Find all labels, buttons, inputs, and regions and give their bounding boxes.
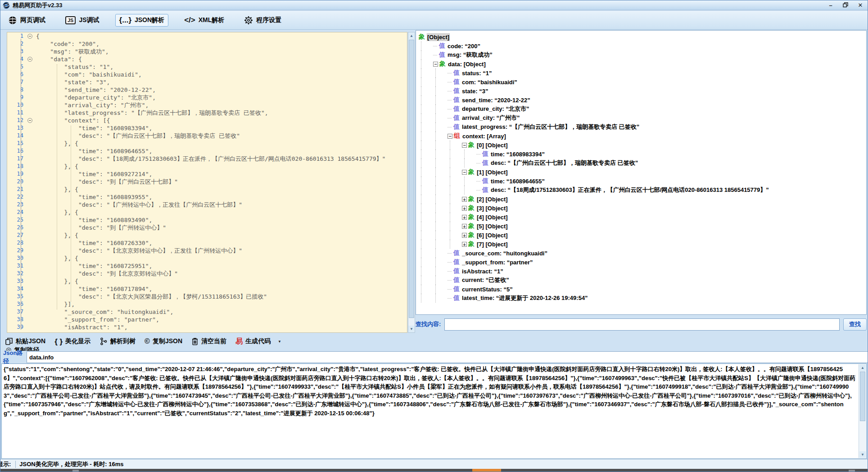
tree-node[interactable]: +象[3] [Object]	[419, 204, 866, 213]
editor-line[interactable]: 7 "state": "3",	[7, 78, 407, 86]
tree-node[interactable]: −组context: [Array]	[419, 132, 866, 141]
editor-line[interactable]: 13 "time": "1608983394",	[7, 124, 407, 132]
tree-node[interactable]: +象[2] [Object]	[419, 195, 866, 204]
tree-node[interactable]: 值latest_progress: “【广州白云区十七部】，瑞朗基歌专卖店 已签…	[419, 123, 866, 132]
editor-line[interactable]: 19 "time": "1608927214",	[7, 170, 407, 178]
action-clear[interactable]: 清空当前	[191, 337, 226, 345]
editor-line[interactable]: 17 "desc": "【18周成/17512830603】正在派件，【广州白云…	[7, 155, 407, 163]
tree-node[interactable]: 值_support_from: “partner”	[419, 258, 866, 267]
scroll-up-arrow[interactable]: ▲	[859, 364, 866, 371]
editor-line[interactable]: 5 "status": "1",	[7, 63, 407, 71]
scroll-up-arrow[interactable]: ▲	[408, 32, 415, 39]
editor-line[interactable]: 31 "time": "1608725951",	[7, 262, 407, 270]
action-paste-json[interactable]: 粘贴JSON	[5, 337, 45, 345]
tree-node[interactable]: 值isAbstract: “1”	[419, 267, 866, 276]
toolbar-tab-js-debug[interactable]: JSJS调试	[61, 14, 104, 27]
search-input[interactable]	[444, 318, 840, 331]
expand-box-icon[interactable]: +	[462, 215, 467, 220]
expand-box-icon[interactable]: +	[462, 242, 467, 247]
editor-line[interactable]: 11 "latest_progress": "【广州白云区十七部】，瑞朗基歌专卖…	[7, 109, 407, 117]
editor-line[interactable]: 26 "desc": "到【广州转运中心】"	[7, 224, 407, 231]
tree-node[interactable]: 值send_time: “2020-12-22”	[419, 95, 866, 104]
editor-line[interactable]: 30 }, {	[7, 254, 407, 262]
expand-box-icon[interactable]: +	[462, 206, 467, 211]
expand-box-icon[interactable]: +	[462, 197, 467, 202]
tree-node[interactable]: 值desc: “【18周成/17512830603】正在派件，【广州白云区十七部…	[419, 186, 866, 195]
editor-scrollbar[interactable]: ▲ ▼	[408, 32, 415, 333]
editor-line[interactable]: 1{	[7, 32, 407, 40]
editor-line[interactable]: 28 "time": "1608726330",	[7, 239, 407, 247]
editor-line[interactable]: 21 }, {	[7, 186, 407, 193]
dropdown-arrow-icon[interactable]: ▼	[278, 340, 281, 344]
editor-line[interactable]: 33 }, {	[7, 277, 407, 285]
expand-box-icon[interactable]: +	[462, 233, 467, 238]
tree-node[interactable]: 值com: “baishikuaidi”	[419, 77, 866, 86]
editor-line[interactable]: 35 "desc": "【北京大兴区荣昌分部】，【梦柯/15311865163】…	[7, 293, 407, 300]
editor-line[interactable]: 34 "time": "1608717894",	[7, 285, 407, 293]
collapse-box-icon[interactable]: −	[433, 62, 438, 67]
editor-line[interactable]: 6 "com": "baishikuaidi",	[7, 71, 407, 78]
tree-node[interactable]: 值latest_time: “进展更新于 2020-12-26 19:49:54…	[419, 294, 866, 303]
tree-node[interactable]: 值currentStatus: “5”	[419, 285, 866, 294]
tree-node[interactable]: −象[0] [Object]	[419, 141, 866, 150]
editor-line[interactable]: 24 }, {	[7, 209, 407, 216]
fold-collapse-icon[interactable]	[27, 118, 32, 123]
scroll-thumb[interactable]	[409, 40, 414, 318]
editor-line[interactable]: 18 }, {	[7, 163, 407, 170]
tree-node[interactable]: −象[1] [Object]	[419, 168, 866, 177]
fold-collapse-icon[interactable]	[27, 57, 32, 62]
editor-line[interactable]: 36 }],	[7, 300, 407, 308]
tree-node[interactable]: +象[4] [Object]	[419, 213, 866, 222]
editor-line[interactable]: 25 "time": "1608893490",	[7, 216, 407, 224]
editor-line[interactable]: 9 "departure_city": "北京市",	[7, 94, 407, 101]
editor-line[interactable]: 16 "time": "1608964655",	[7, 147, 407, 155]
editor-line[interactable]: 38 "_support_from": "partner",	[7, 316, 407, 323]
scroll-down-arrow[interactable]: ▼	[859, 451, 866, 458]
editor-line[interactable]: 32 "desc": "到【北京京郊转运中心】"	[7, 270, 407, 277]
editor-line[interactable]: 8 "send_time": "2020-12-22",	[7, 86, 407, 94]
json-path-input[interactable]	[27, 351, 868, 363]
json-editor[interactable]: 1{2 "code": "200",3 "msg": "获取成功",4 "dat…	[7, 32, 407, 333]
editor-line[interactable]: 3 "msg": "获取成功",	[7, 48, 407, 55]
toolbar-tab-settings[interactable]: 程序设置	[240, 14, 285, 27]
editor-line[interactable]: 10 "arrival_city": "广州市",	[7, 101, 407, 109]
tree-node[interactable]: 值departure_city: “北京市”	[419, 104, 866, 113]
tree-node[interactable]: 象[Object]	[419, 32, 866, 41]
editor-line[interactable]: 14 "desc": "【广州白云区十七部】，瑞朗基歌专卖店 已签收"	[7, 132, 407, 140]
editor-line[interactable]: 12 "context": [{	[7, 117, 407, 124]
tree-node[interactable]: 值time: “1608983394”	[419, 150, 866, 159]
minimize-button[interactable]: –	[825, 1, 836, 9]
toolbar-tab-web-debug[interactable]: 网页调试	[4, 14, 50, 27]
collapse-box-icon[interactable]: −	[462, 170, 467, 175]
editor-line[interactable]: 37 "_source_com": "huitongkuaidi",	[7, 308, 407, 316]
action-parse-tree[interactable]: 解析到树	[99, 337, 136, 345]
editor-line[interactable]: 29 "desc": "【北京京郊转运中心】，正发往【广州转运中心】"	[7, 247, 407, 254]
action-gen-code[interactable]: 易生成代码▼	[235, 337, 281, 346]
editor-line[interactable]: 39 "isAbstract": "1",	[7, 323, 407, 331]
toolbar-tab-xml-parse[interactable]: </>XML解析	[180, 14, 228, 27]
expand-box-icon[interactable]: +	[462, 224, 467, 229]
editor-line[interactable]: 2 "code": "200",	[7, 40, 407, 48]
tree-node[interactable]: 值arrival_city: “广州市”	[419, 113, 866, 123]
raw-json-area[interactable]: {"status":"1","com":"shentong","state":"…	[1, 363, 867, 459]
restore-button[interactable]	[840, 1, 851, 9]
tree-node[interactable]: +象[5] [Object]	[419, 222, 866, 231]
close-button[interactable]: ✕	[855, 1, 866, 9]
editor-line[interactable]: 27 }, {	[7, 231, 407, 239]
tree-node[interactable]: 值desc: “【广州白云区十七部】，瑞朗基歌专卖店 已签收”	[419, 159, 866, 168]
collapse-box-icon[interactable]: −	[462, 143, 467, 148]
editor-line[interactable]: 20 "desc": "到【广州白云区十七部】"	[7, 178, 407, 186]
toolbar-tab-json-parse[interactable]: {...}JSON解析	[115, 14, 169, 27]
tree-node[interactable]: 值time: “1608964655”	[419, 177, 866, 186]
tree-node[interactable]: +象[7] [Object]	[419, 240, 866, 249]
editor-line[interactable]: 22 "time": "1608893955",	[7, 193, 407, 201]
raw-json-scrollbar[interactable]: ▲ ▼	[859, 364, 866, 458]
editor-line[interactable]: 23 "desc": "【广州转运中心】，正发往【广州白云区十七部】"	[7, 201, 407, 209]
tree-node[interactable]: 值state: “3”	[419, 86, 866, 95]
tree-node[interactable]: 值_source_com: “huitongkuaidi”	[419, 249, 866, 258]
scroll-down-arrow[interactable]: ▼	[408, 326, 415, 332]
tree-node[interactable]: 值code: “200”	[419, 41, 866, 50]
search-button[interactable]: 查找	[843, 318, 867, 331]
tree-node[interactable]: −象data: [Object]	[419, 59, 866, 68]
tree-node[interactable]: 值current: “已签收”	[419, 276, 866, 285]
